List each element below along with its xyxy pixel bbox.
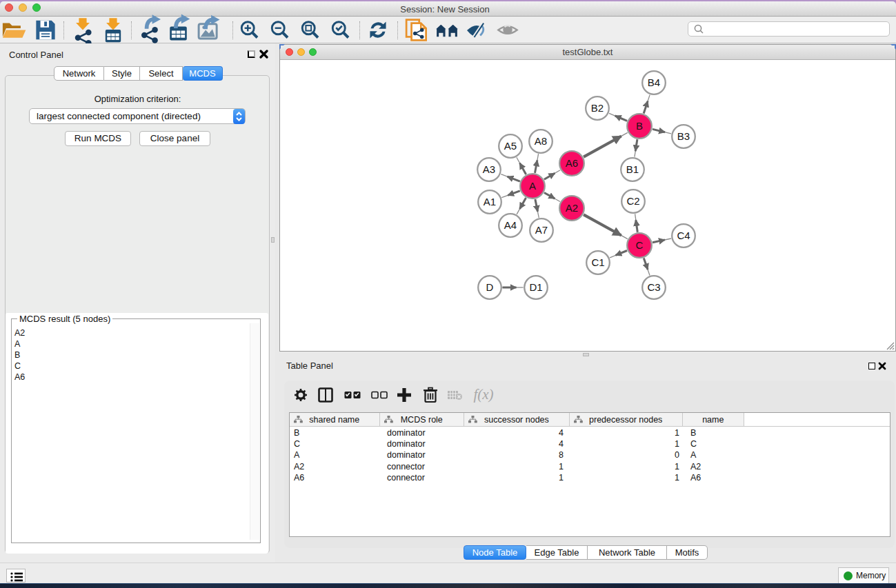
svg-text:A2: A2 (566, 202, 578, 214)
svg-text:B4: B4 (648, 77, 660, 88)
svg-text:C3: C3 (647, 281, 660, 293)
svg-text:A3: A3 (483, 163, 495, 175)
svg-text:f(x): f(x) (473, 386, 493, 403)
svg-text:A7: A7 (535, 224, 548, 236)
svg-text:B1: B1 (626, 163, 639, 175)
svg-text:A8: A8 (535, 135, 547, 147)
svg-text:D1: D1 (529, 281, 542, 293)
svg-text:A6: A6 (566, 157, 578, 169)
svg-text:B2: B2 (591, 102, 604, 114)
svg-text:B: B (636, 120, 643, 132)
svg-text:C2: C2 (626, 195, 639, 207)
svg-text:D: D (486, 281, 494, 293)
svg-text:B3: B3 (677, 130, 690, 142)
svg-text:C4: C4 (677, 230, 690, 241)
svg-text:C: C (636, 239, 644, 251)
svg-text:A4: A4 (504, 219, 517, 231)
svg-text:A5: A5 (504, 140, 517, 152)
svg-text:A: A (529, 180, 536, 192)
svg-text:A1: A1 (484, 196, 496, 207)
svg-text:C1: C1 (591, 256, 604, 268)
